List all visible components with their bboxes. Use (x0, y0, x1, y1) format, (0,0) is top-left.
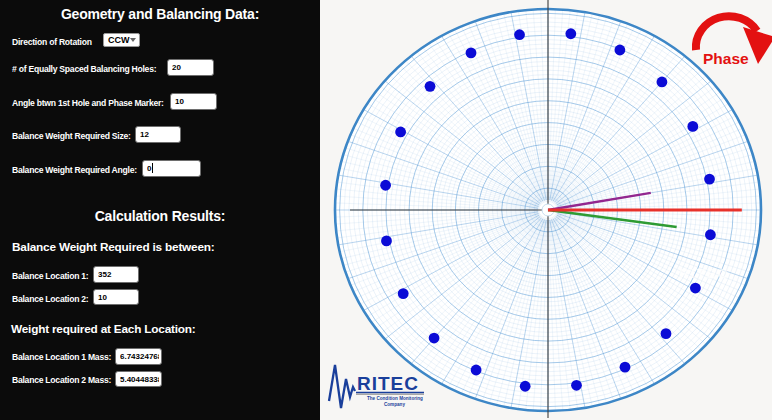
hole-dot (471, 365, 482, 376)
location-1-mass-label: Balance Location 1 Mass: (12, 352, 111, 362)
logo-tagline-1: The Condition Monitoring (367, 396, 423, 401)
hole-dot (690, 283, 701, 294)
balance-location-2-input[interactable] (93, 289, 139, 305)
geometry-section-title: Geometry and Balancing Data: (0, 6, 320, 22)
location-1-mass-input[interactable] (115, 348, 162, 365)
first-hole-angle-input[interactable] (170, 93, 217, 110)
hole-dot (429, 333, 440, 344)
direction-of-rotation-select[interactable]: CCW (103, 33, 140, 47)
chart-watermark: RITEC (679, 266, 730, 281)
hole-dot (614, 45, 625, 56)
hole-dot (687, 121, 698, 132)
direction-of-rotation-value: CCW (108, 35, 130, 45)
hole-dot (380, 180, 391, 191)
phase-arrow-icon: Phase (696, 16, 772, 67)
weight-size-input[interactable] (135, 126, 181, 143)
weight-angle-label: Balance Weight Required Angle: (12, 165, 137, 175)
hole-dot (620, 362, 631, 373)
location-2-mass-input[interactable] (115, 371, 162, 387)
hole-dot (657, 77, 668, 88)
between-heading: Balance Weight Required is between: (12, 240, 215, 254)
logo-tagline-2: Company (384, 402, 405, 407)
balance-location-1-input[interactable] (93, 266, 139, 283)
logo-name-text: RITEC (357, 373, 419, 394)
hole-dot (425, 81, 436, 92)
hole-dot (661, 328, 672, 339)
weight-angle-input[interactable] (142, 160, 201, 177)
weights-heading: Weight required at Each Location: (11, 322, 196, 336)
direction-of-rotation-label: Direction of Rotation (12, 37, 92, 47)
phase-label: Phase (703, 50, 749, 67)
hole-dot (704, 174, 715, 185)
hole-dot (395, 127, 406, 138)
waveform-icon (329, 365, 355, 408)
text-caret (152, 163, 153, 173)
hole-dot (398, 288, 409, 299)
hole-dot (565, 28, 576, 39)
ritec-logo: RITEC The Condition Monitoring Company (329, 365, 424, 408)
geometry-panel: Geometry and Balancing Data: Direction o… (0, 0, 320, 420)
balancing-holes-input[interactable] (167, 59, 214, 76)
hole-dot (571, 380, 582, 391)
weight-size-label: Balance Weight Required Size: (12, 131, 131, 141)
chevron-down-icon (130, 38, 136, 42)
polar-chart-panel: RITEC Phase RITEC The Condition Monitori… (320, 0, 772, 420)
hole-dot (705, 229, 716, 240)
first-hole-angle-label: Angle btwn 1st Hole and Phase Marker: (12, 98, 164, 108)
balancing-holes-label: # of Equally Spaced Balancing Holes: (12, 64, 156, 74)
balance-location-2-label: Balance Location 2: (12, 294, 88, 304)
results-section-title: Calculation Results: (0, 208, 320, 224)
balance-location-1-label: Balance Location 1: (12, 271, 88, 281)
balancing-app-window: Geometry and Balancing Data: Direction o… (0, 0, 772, 420)
location-2-mass-label: Balance Location 2 Mass: (12, 375, 111, 385)
polar-chart: RITEC Phase RITEC The Condition Monitori… (320, 0, 772, 420)
hole-dot (514, 29, 525, 40)
hole-dot (466, 47, 477, 58)
hole-dot (381, 236, 392, 247)
hole-dot (520, 381, 531, 392)
